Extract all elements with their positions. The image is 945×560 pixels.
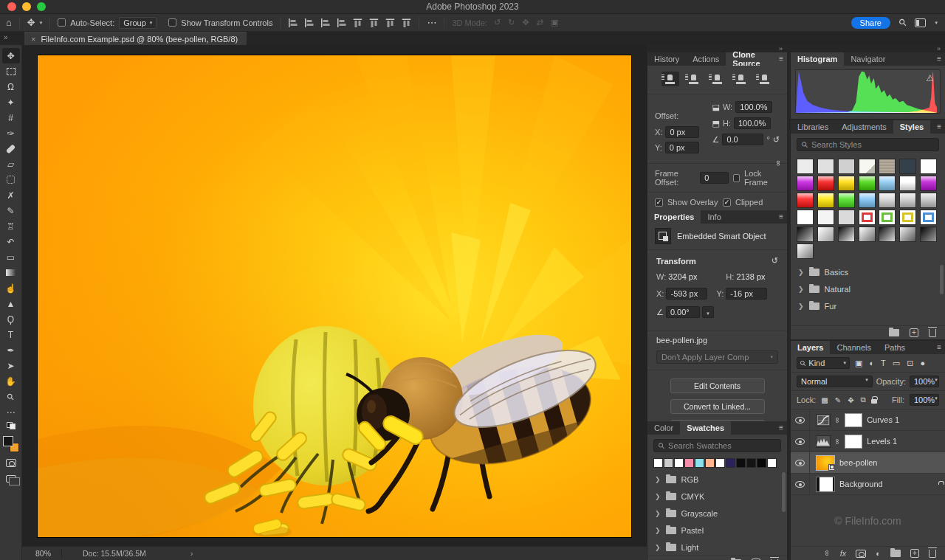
layer-row-curves-1[interactable]: ∞Curves 1: [791, 409, 945, 431]
style-preset[interactable]: [899, 159, 916, 174]
new-layer-icon[interactable]: +: [910, 549, 919, 558]
brush-tool[interactable]: ✎: [2, 203, 20, 218]
tab-actions[interactable]: Actions: [686, 52, 726, 66]
delete-icon[interactable]: [929, 329, 936, 337]
clone-source-2-button[interactable]: [685, 72, 703, 86]
new-item-icon[interactable]: +: [910, 328, 918, 337]
workspace-icon[interactable]: [915, 18, 926, 27]
style-preset[interactable]: [817, 159, 834, 174]
zoom-window-button[interactable]: [37, 2, 46, 11]
style-preset[interactable]: [879, 210, 896, 225]
style-preset[interactable]: [920, 159, 937, 174]
style-preset[interactable]: [899, 193, 916, 208]
lock-transparency-icon[interactable]: ▩: [821, 396, 828, 404]
tab-clone-source[interactable]: Clone Source: [726, 52, 787, 66]
tab-styles[interactable]: Styles: [893, 120, 930, 134]
chevron-down-icon[interactable]: ▾: [935, 20, 938, 26]
lock-position-icon[interactable]: ✥: [848, 396, 853, 404]
tab-properties[interactable]: Properties: [647, 210, 701, 224]
style-preset[interactable]: [920, 193, 937, 208]
home-icon[interactable]: ⌂: [6, 18, 12, 27]
style-group-fur[interactable]: ❯Fur: [791, 297, 945, 314]
gradient-tool[interactable]: [2, 265, 20, 280]
type-tool[interactable]: T: [2, 327, 20, 342]
history-brush-tool[interactable]: ↶: [2, 234, 20, 249]
show-overlay-checkbox[interactable]: ✓: [655, 198, 663, 207]
tab-paths[interactable]: Paths: [878, 341, 912, 354]
blend-mode-dropdown[interactable]: Normal▾: [797, 376, 873, 387]
document-tab[interactable]: × FileInfo.com Example.psd @ 80% (bee-po…: [24, 32, 247, 45]
close-window-button[interactable]: [7, 2, 16, 11]
fill-field[interactable]: 100%▾: [910, 394, 939, 406]
panel-menu-icon[interactable]: ≡: [937, 122, 941, 131]
style-preset[interactable]: [920, 227, 937, 242]
reset-angle-icon[interactable]: ↺: [773, 135, 780, 145]
layer-row-bee-pollen[interactable]: bee-pollen: [791, 452, 945, 474]
align-right-icon[interactable]: [320, 18, 330, 27]
layer-thumbnail[interactable]: [816, 477, 835, 492]
clipped-checkbox[interactable]: ✓: [723, 198, 731, 207]
convert-to-linked-button[interactable]: Convert to Linked...: [670, 399, 765, 414]
filter-shape-layers-icon[interactable]: ▭: [893, 359, 900, 368]
style-preset[interactable]: [817, 176, 834, 191]
close-tab-icon[interactable]: ×: [31, 35, 35, 44]
eyedropper-tool[interactable]: ✑: [2, 125, 20, 141]
align-left-icon[interactable]: [288, 18, 298, 27]
swatch-group-cmyk[interactable]: ❯CMYK: [647, 488, 787, 505]
delete-layer-icon[interactable]: [929, 550, 936, 558]
swatch-group-pastel[interactable]: ❯Pastel: [647, 522, 787, 539]
layer-mask-icon[interactable]: [856, 550, 866, 558]
color-swatch[interactable]: [715, 458, 725, 468]
flip-vertical-icon[interactable]: ⬒: [712, 119, 720, 128]
eraser-tool[interactable]: ▭: [2, 249, 20, 265]
frame-offset-field[interactable]: 0: [700, 172, 728, 184]
clone-w-field[interactable]: 100.0%: [735, 101, 772, 113]
style-group-natural[interactable]: ❯Natural: [791, 280, 945, 297]
patch-tool[interactable]: ▱: [2, 156, 20, 172]
swatch-group-rgb[interactable]: ❯RGB: [647, 471, 787, 488]
panel-menu-icon[interactable]: ≡: [779, 424, 783, 432]
color-swatch[interactable]: [746, 458, 756, 468]
tab-adjustments[interactable]: Adjustments: [835, 120, 893, 134]
align-top-icon[interactable]: [353, 18, 362, 27]
show-transform-checkbox[interactable]: [168, 18, 176, 27]
color-swatch[interactable]: [736, 458, 746, 468]
color-swatch[interactable]: [664, 458, 673, 468]
tab-navigator[interactable]: Navigator: [844, 52, 892, 66]
style-preset[interactable]: [797, 210, 814, 225]
adjustment-layer-icon[interactable]: ◐: [876, 549, 881, 558]
swatches-search-input[interactable]: ⚲ Search Swatches: [653, 439, 781, 452]
foreground-background-colors[interactable]: [3, 436, 19, 452]
minimize-window-button[interactable]: [22, 2, 31, 11]
flip-horizontal-icon[interactable]: ⬓: [712, 103, 720, 112]
style-preset[interactable]: [817, 193, 834, 208]
cached-data-warning-icon[interactable]: ⚠: [926, 73, 934, 83]
move-tool[interactable]: ✥: [2, 48, 20, 63]
dodge-tool[interactable]: Ϙ: [2, 311, 20, 327]
style-preset[interactable]: [920, 210, 937, 225]
color-swatch[interactable]: [757, 458, 766, 468]
opacity-field[interactable]: 100%▾: [910, 376, 939, 387]
style-group-basics[interactable]: ❯Basics: [791, 263, 945, 280]
collapse-panels-icon[interactable]: »: [791, 45, 945, 52]
quick-mask-button[interactable]: [2, 455, 20, 471]
style-preset[interactable]: [920, 176, 937, 191]
clone-source-5-button[interactable]: [756, 72, 774, 86]
clone-source-4-button[interactable]: [732, 72, 750, 86]
align-bottom-icon[interactable]: [385, 18, 395, 27]
layer-row-background[interactable]: Background: [791, 474, 945, 495]
filter-type-layers-icon[interactable]: T: [881, 359, 886, 367]
distribute-v-icon[interactable]: [402, 18, 411, 27]
style-preset[interactable]: [859, 159, 876, 174]
screen-mode-button[interactable]: [2, 471, 20, 486]
auto-select-target-dropdown[interactable]: Group ▾: [119, 17, 157, 29]
toolbar-collapse-icon[interactable]: »: [0, 32, 22, 45]
panel-menu-icon[interactable]: ≡: [779, 55, 783, 63]
color-swatch[interactable]: [695, 458, 704, 468]
tab-swatches[interactable]: Swatches: [680, 421, 731, 435]
style-preset[interactable]: [838, 227, 855, 242]
default-colors-icon[interactable]: [7, 422, 16, 429]
style-preset[interactable]: [817, 210, 834, 225]
spot-healing-brush-tool[interactable]: [2, 141, 20, 156]
edit-contents-button[interactable]: Edit Contents: [670, 378, 765, 393]
